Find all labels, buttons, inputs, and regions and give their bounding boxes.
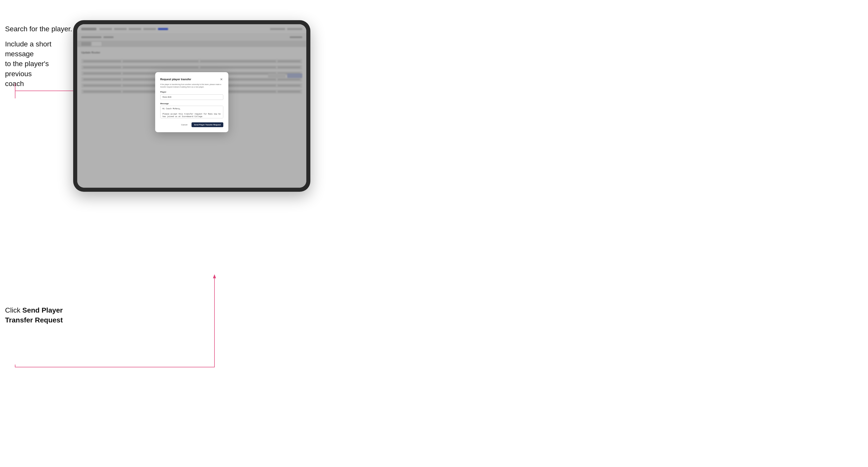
ipad-device: Update Roster [73, 20, 310, 192]
annotation-click: Click Send Player Transfer Request [5, 305, 66, 325]
cancel-button[interactable]: Cancel [179, 123, 189, 127]
send-transfer-request-button[interactable]: Send Player Transfer Request [191, 122, 223, 127]
player-field-label: Player [160, 91, 223, 93]
player-input[interactable] [160, 94, 223, 100]
modal-overlay: Request player transfer ✕ If the player … [77, 24, 306, 188]
modal-footer: Cancel Send Player Transfer Request [160, 122, 223, 127]
modal-title: Request player transfer [160, 78, 191, 81]
annotation-message: Include a short message to the player's … [5, 39, 71, 89]
message-field-label: Message [160, 102, 223, 105]
modal-dialog: Request player transfer ✕ If the player … [155, 72, 228, 132]
modal-close-button[interactable]: ✕ [219, 77, 223, 81]
modal-description: If the player is transferring from anoth… [160, 83, 223, 88]
message-textarea[interactable]: Hi Coach McHarg, Please accept this tran… [160, 106, 223, 118]
annotation-search: Search for the player. [5, 24, 72, 34]
ipad-screen: Update Roster [77, 24, 306, 188]
modal-header: Request player transfer ✕ [160, 77, 223, 81]
